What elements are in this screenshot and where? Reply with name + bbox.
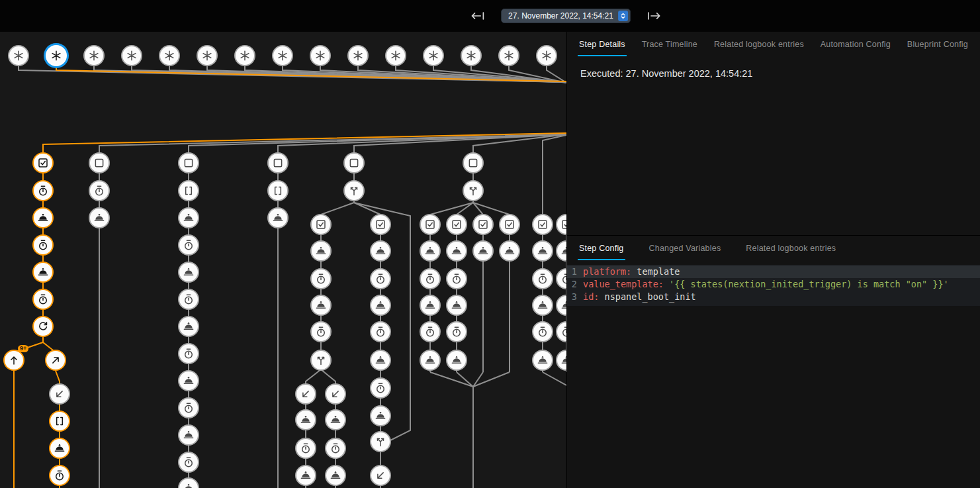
tab-step-config[interactable]: Step Config	[578, 236, 625, 260]
code-brackets-node[interactable]	[178, 180, 199, 201]
room-service-node[interactable]	[178, 262, 199, 283]
next-run-button[interactable]	[645, 7, 662, 24]
timer-node[interactable]	[420, 268, 441, 289]
room-service-node[interactable]	[532, 295, 553, 316]
room-service-node[interactable]	[370, 240, 391, 262]
room-service-node[interactable]	[178, 424, 199, 446]
asterisk-node[interactable]	[385, 45, 406, 66]
room-service-node[interactable]	[370, 405, 391, 426]
room-service-node[interactable]	[89, 207, 110, 228]
timer-node[interactable]	[32, 180, 54, 201]
timer-node[interactable]	[49, 465, 70, 486]
tab-automation-config[interactable]: Automation Config	[819, 32, 892, 56]
call-split-node[interactable]	[343, 180, 365, 201]
code-brackets-node[interactable]	[267, 180, 289, 201]
room-service-node[interactable]	[370, 350, 391, 371]
run-select[interactable]: 27. November 2022, 14:54:21	[501, 9, 631, 23]
checkbox-marked-node[interactable]	[472, 214, 494, 235]
asterisk-node[interactable]	[197, 45, 218, 66]
room-service-node[interactable]	[310, 240, 332, 262]
room-service-node[interactable]	[446, 240, 467, 262]
timer-node[interactable]	[446, 268, 467, 289]
checkbox-marked-node[interactable]	[370, 214, 391, 235]
asterisk-node[interactable]	[310, 45, 331, 66]
room-service-node[interactable]	[295, 409, 316, 430]
asterisk-node[interactable]	[46, 45, 67, 66]
timer-node[interactable]	[32, 234, 54, 256]
asterisk-node[interactable]	[272, 45, 293, 66]
checkbox-blank-node[interactable]	[343, 152, 365, 173]
call-received-node[interactable]	[295, 383, 316, 405]
room-service-node[interactable]	[267, 207, 289, 228]
room-service-node[interactable]	[325, 465, 346, 486]
asterisk-node[interactable]	[423, 45, 444, 66]
room-service-node[interactable]	[295, 465, 316, 486]
timer-node[interactable]	[178, 234, 199, 256]
tab-related-logbook-entries[interactable]: Related logbook entries	[744, 236, 837, 260]
checkbox-marked-node[interactable]	[420, 214, 441, 235]
timer-node[interactable]	[310, 268, 332, 289]
asterisk-node[interactable]	[159, 45, 180, 66]
timer-node[interactable]	[370, 377, 391, 399]
timer-node[interactable]	[325, 438, 346, 459]
room-service-node[interactable]	[420, 295, 441, 316]
timer-node[interactable]	[178, 397, 199, 418]
tab-trace-timeline[interactable]: Trace Timeline	[641, 32, 699, 56]
asterisk-node[interactable]	[536, 45, 557, 66]
room-service-node[interactable]	[178, 316, 199, 337]
checkbox-blank-node[interactable]	[267, 152, 289, 173]
room-service-node[interactable]	[499, 240, 520, 262]
asterisk-node[interactable]	[8, 45, 29, 66]
previous-run-button[interactable]	[469, 7, 486, 24]
timer-node[interactable]	[310, 321, 332, 342]
checkbox-marked-node[interactable]	[310, 214, 332, 235]
tab-related-logbook-entries[interactable]: Related logbook entries	[713, 32, 805, 56]
room-service-node[interactable]	[32, 262, 54, 283]
call-received-node[interactable]	[370, 465, 391, 486]
room-service-node[interactable]	[178, 370, 199, 391]
call-split-node[interactable]	[310, 350, 332, 371]
room-service-node[interactable]	[532, 240, 553, 262]
room-service-node[interactable]	[420, 350, 441, 371]
timer-node[interactable]	[370, 268, 391, 289]
asterisk-node[interactable]	[498, 45, 519, 66]
room-service-node[interactable]	[325, 409, 346, 430]
checkbox-marked-node[interactable]	[532, 214, 553, 235]
room-service-node[interactable]	[32, 207, 54, 228]
room-service-node[interactable]	[310, 295, 332, 316]
tab-blueprint-config[interactable]: Blueprint Config	[906, 32, 969, 56]
timer-node[interactable]	[532, 268, 553, 289]
room-service-node[interactable]	[178, 207, 199, 228]
timer-node[interactable]	[178, 343, 199, 364]
room-service-node[interactable]	[420, 240, 441, 262]
tab-step-details[interactable]: Step Details	[578, 32, 627, 56]
checkbox-blank-node[interactable]	[463, 152, 484, 173]
checkbox-marked-node[interactable]	[446, 214, 467, 235]
room-service-node[interactable]	[49, 438, 70, 459]
arrow-up-node[interactable]	[3, 350, 24, 371]
call-split-node[interactable]	[463, 180, 484, 201]
call-received-node[interactable]	[49, 383, 70, 405]
timer-node[interactable]	[420, 321, 441, 342]
call-made-node[interactable]	[45, 350, 66, 371]
asterisk-node[interactable]	[347, 45, 369, 66]
room-service-node[interactable]	[370, 295, 391, 316]
checkbox-blank-node[interactable]	[178, 152, 199, 173]
room-service-node[interactable]	[446, 350, 467, 371]
timer-node[interactable]	[178, 452, 199, 473]
asterisk-node[interactable]	[121, 45, 142, 66]
timer-node[interactable]	[89, 180, 110, 201]
yaml-code-editor[interactable]: 1platform: template2value_template: '{{ …	[567, 265, 980, 306]
timer-node[interactable]	[370, 321, 391, 342]
room-service-node[interactable]	[472, 240, 494, 262]
asterisk-node[interactable]	[83, 45, 105, 66]
asterisk-node[interactable]	[234, 45, 255, 66]
timer-node[interactable]	[532, 321, 553, 342]
call-received-node[interactable]	[325, 383, 346, 405]
checkbox-blank-node[interactable]	[89, 152, 110, 173]
tab-changed-variables[interactable]: Changed Variables	[648, 236, 723, 260]
call-split-node[interactable]	[370, 431, 391, 452]
timer-node[interactable]	[446, 321, 467, 342]
timer-node[interactable]	[178, 289, 199, 310]
room-service-node[interactable]	[532, 350, 553, 371]
